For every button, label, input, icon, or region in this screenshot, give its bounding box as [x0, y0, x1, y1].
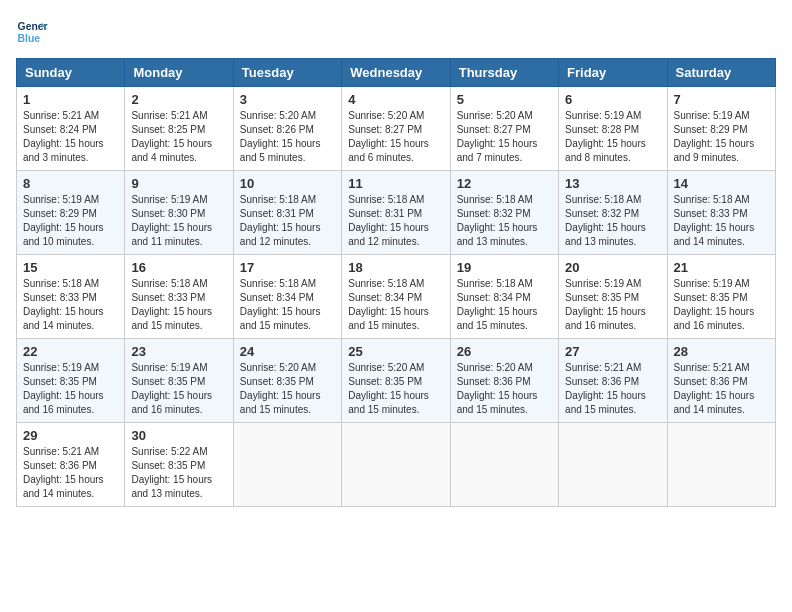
- sunrise-text: Sunrise: 5:20 AM: [240, 362, 316, 373]
- sunrise-text: Sunrise: 5:19 AM: [23, 362, 99, 373]
- calendar-day-cell: 23 Sunrise: 5:19 AM Sunset: 8:35 PM Dayl…: [125, 339, 233, 423]
- daylight-text: Daylight: 15 hours and 15 minutes.: [457, 390, 538, 415]
- cell-info: Sunrise: 5:20 AM Sunset: 8:36 PM Dayligh…: [457, 361, 552, 417]
- day-number: 7: [674, 92, 769, 107]
- sunrise-text: Sunrise: 5:18 AM: [23, 278, 99, 289]
- day-number: 3: [240, 92, 335, 107]
- cell-info: Sunrise: 5:18 AM Sunset: 8:33 PM Dayligh…: [674, 193, 769, 249]
- day-number: 19: [457, 260, 552, 275]
- calendar-day-cell: 6 Sunrise: 5:19 AM Sunset: 8:28 PM Dayli…: [559, 87, 667, 171]
- daylight-text: Daylight: 15 hours and 6 minutes.: [348, 138, 429, 163]
- daylight-text: Daylight: 15 hours and 16 minutes.: [23, 390, 104, 415]
- sunrise-text: Sunrise: 5:18 AM: [674, 194, 750, 205]
- sunrise-text: Sunrise: 5:19 AM: [565, 278, 641, 289]
- calendar-day-cell: [450, 423, 558, 507]
- sunset-text: Sunset: 8:35 PM: [674, 292, 748, 303]
- sunset-text: Sunset: 8:35 PM: [565, 292, 639, 303]
- calendar-day-cell: 3 Sunrise: 5:20 AM Sunset: 8:26 PM Dayli…: [233, 87, 341, 171]
- cell-info: Sunrise: 5:19 AM Sunset: 8:30 PM Dayligh…: [131, 193, 226, 249]
- calendar-day-cell: [342, 423, 450, 507]
- calendar-day-cell: [559, 423, 667, 507]
- calendar-day-cell: 15 Sunrise: 5:18 AM Sunset: 8:33 PM Dayl…: [17, 255, 125, 339]
- calendar-day-cell: 20 Sunrise: 5:19 AM Sunset: 8:35 PM Dayl…: [559, 255, 667, 339]
- daylight-text: Daylight: 15 hours and 15 minutes.: [240, 390, 321, 415]
- day-number: 16: [131, 260, 226, 275]
- day-number: 5: [457, 92, 552, 107]
- sunrise-text: Sunrise: 5:20 AM: [457, 362, 533, 373]
- calendar-week-row: 29 Sunrise: 5:21 AM Sunset: 8:36 PM Dayl…: [17, 423, 776, 507]
- cell-info: Sunrise: 5:18 AM Sunset: 8:32 PM Dayligh…: [457, 193, 552, 249]
- cell-info: Sunrise: 5:19 AM Sunset: 8:35 PM Dayligh…: [23, 361, 118, 417]
- daylight-text: Daylight: 15 hours and 16 minutes.: [131, 390, 212, 415]
- day-number: 8: [23, 176, 118, 191]
- sunset-text: Sunset: 8:36 PM: [23, 460, 97, 471]
- cell-info: Sunrise: 5:18 AM Sunset: 8:34 PM Dayligh…: [240, 277, 335, 333]
- sunrise-text: Sunrise: 5:18 AM: [457, 278, 533, 289]
- calendar-day-cell: 5 Sunrise: 5:20 AM Sunset: 8:27 PM Dayli…: [450, 87, 558, 171]
- day-number: 26: [457, 344, 552, 359]
- sunset-text: Sunset: 8:36 PM: [565, 376, 639, 387]
- calendar-day-cell: 10 Sunrise: 5:18 AM Sunset: 8:31 PM Dayl…: [233, 171, 341, 255]
- day-number: 27: [565, 344, 660, 359]
- calendar-day-cell: 24 Sunrise: 5:20 AM Sunset: 8:35 PM Dayl…: [233, 339, 341, 423]
- calendar-week-row: 22 Sunrise: 5:19 AM Sunset: 8:35 PM Dayl…: [17, 339, 776, 423]
- sunset-text: Sunset: 8:34 PM: [457, 292, 531, 303]
- sunrise-text: Sunrise: 5:21 AM: [131, 110, 207, 121]
- sunrise-text: Sunrise: 5:19 AM: [23, 194, 99, 205]
- day-number: 10: [240, 176, 335, 191]
- cell-info: Sunrise: 5:19 AM Sunset: 8:29 PM Dayligh…: [674, 109, 769, 165]
- day-number: 11: [348, 176, 443, 191]
- sunset-text: Sunset: 8:24 PM: [23, 124, 97, 135]
- cell-info: Sunrise: 5:18 AM Sunset: 8:34 PM Dayligh…: [457, 277, 552, 333]
- day-number: 23: [131, 344, 226, 359]
- daylight-text: Daylight: 15 hours and 15 minutes.: [565, 390, 646, 415]
- cell-info: Sunrise: 5:20 AM Sunset: 8:35 PM Dayligh…: [348, 361, 443, 417]
- sunset-text: Sunset: 8:25 PM: [131, 124, 205, 135]
- day-of-week-header: Wednesday: [342, 59, 450, 87]
- sunset-text: Sunset: 8:31 PM: [348, 208, 422, 219]
- calendar-day-cell: 11 Sunrise: 5:18 AM Sunset: 8:31 PM Dayl…: [342, 171, 450, 255]
- daylight-text: Daylight: 15 hours and 5 minutes.: [240, 138, 321, 163]
- daylight-text: Daylight: 15 hours and 15 minutes.: [348, 390, 429, 415]
- sunrise-text: Sunrise: 5:18 AM: [240, 194, 316, 205]
- day-number: 28: [674, 344, 769, 359]
- calendar-week-row: 8 Sunrise: 5:19 AM Sunset: 8:29 PM Dayli…: [17, 171, 776, 255]
- daylight-text: Daylight: 15 hours and 16 minutes.: [674, 306, 755, 331]
- sunset-text: Sunset: 8:35 PM: [131, 376, 205, 387]
- day-number: 14: [674, 176, 769, 191]
- sunrise-text: Sunrise: 5:21 AM: [565, 362, 641, 373]
- cell-info: Sunrise: 5:19 AM Sunset: 8:35 PM Dayligh…: [131, 361, 226, 417]
- cell-info: Sunrise: 5:18 AM Sunset: 8:31 PM Dayligh…: [240, 193, 335, 249]
- daylight-text: Daylight: 15 hours and 14 minutes.: [674, 222, 755, 247]
- sunset-text: Sunset: 8:35 PM: [23, 376, 97, 387]
- page-header: General Blue: [16, 16, 776, 48]
- sunset-text: Sunset: 8:36 PM: [457, 376, 531, 387]
- day-number: 17: [240, 260, 335, 275]
- day-of-week-header: Thursday: [450, 59, 558, 87]
- cell-info: Sunrise: 5:21 AM Sunset: 8:25 PM Dayligh…: [131, 109, 226, 165]
- sunset-text: Sunset: 8:26 PM: [240, 124, 314, 135]
- sunrise-text: Sunrise: 5:21 AM: [23, 446, 99, 457]
- daylight-text: Daylight: 15 hours and 8 minutes.: [565, 138, 646, 163]
- cell-info: Sunrise: 5:18 AM Sunset: 8:33 PM Dayligh…: [23, 277, 118, 333]
- calendar-day-cell: 9 Sunrise: 5:19 AM Sunset: 8:30 PM Dayli…: [125, 171, 233, 255]
- day-number: 15: [23, 260, 118, 275]
- calendar-day-cell: 19 Sunrise: 5:18 AM Sunset: 8:34 PM Dayl…: [450, 255, 558, 339]
- calendar-day-cell: 29 Sunrise: 5:21 AM Sunset: 8:36 PM Dayl…: [17, 423, 125, 507]
- daylight-text: Daylight: 15 hours and 15 minutes.: [131, 306, 212, 331]
- sunrise-text: Sunrise: 5:20 AM: [240, 110, 316, 121]
- calendar-day-cell: 17 Sunrise: 5:18 AM Sunset: 8:34 PM Dayl…: [233, 255, 341, 339]
- cell-info: Sunrise: 5:19 AM Sunset: 8:29 PM Dayligh…: [23, 193, 118, 249]
- days-header-row: SundayMondayTuesdayWednesdayThursdayFrid…: [17, 59, 776, 87]
- daylight-text: Daylight: 15 hours and 14 minutes.: [23, 474, 104, 499]
- calendar-day-cell: 21 Sunrise: 5:19 AM Sunset: 8:35 PM Dayl…: [667, 255, 775, 339]
- logo: General Blue: [16, 16, 52, 48]
- calendar-week-row: 15 Sunrise: 5:18 AM Sunset: 8:33 PM Dayl…: [17, 255, 776, 339]
- sunrise-text: Sunrise: 5:21 AM: [23, 110, 99, 121]
- sunset-text: Sunset: 8:32 PM: [457, 208, 531, 219]
- sunrise-text: Sunrise: 5:18 AM: [348, 278, 424, 289]
- day-number: 22: [23, 344, 118, 359]
- day-number: 4: [348, 92, 443, 107]
- day-number: 13: [565, 176, 660, 191]
- sunset-text: Sunset: 8:35 PM: [131, 460, 205, 471]
